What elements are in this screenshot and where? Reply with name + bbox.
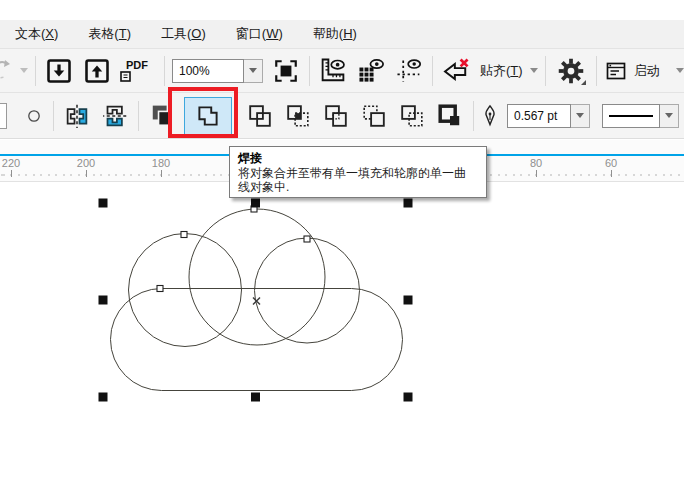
show-grid-button[interactable] [355,53,387,89]
solid-line-swatch [609,115,653,117]
redo-dropdown-caret[interactable] [20,68,28,73]
outline-pen-icon[interactable] [481,104,499,128]
trim-button[interactable] [244,98,276,134]
intersect-button[interactable] [282,98,314,134]
menu-label: 帮助( [313,26,343,41]
menu-label: 窗口( [236,26,266,41]
flyout-corner-icon [581,80,586,85]
selection-handle-bottom-center[interactable] [251,393,260,402]
rulers-icon [318,56,348,86]
outline-width-dropdown[interactable] [571,104,590,128]
import-button[interactable] [43,53,75,89]
ruler-label-220: 220 [2,157,20,169]
ruler-label-180: 180 [152,157,170,169]
menu-bar: 文本(X) 表格(T) 工具(O) 窗口(W) 帮助(H) [0,20,684,48]
menu-text[interactable]: 文本(X) [0,20,73,48]
toolbar-separator [432,56,433,86]
curve-node[interactable] [181,232,187,238]
simplify-button[interactable] [320,98,352,134]
back-minus-front-button[interactable] [396,98,428,134]
selection-handle-mid-left[interactable] [99,296,108,305]
outline-width-combo: 0.567 pt [507,104,590,128]
combine-icon [147,101,177,131]
simplify-icon [321,101,351,131]
chevron-down-icon [665,113,673,118]
menu-label: 工具( [161,26,191,41]
zoom-level-combo: 100% [172,59,263,83]
intersect-icon [283,101,313,131]
publish-pdf-button[interactable]: PDF [117,53,157,89]
chevron-down-icon [676,68,684,73]
zoom-level-value: 100% [179,64,210,78]
snap-label: 贴齐(T) [480,62,523,80]
weld-button[interactable] [184,97,232,135]
menu-label: 表格( [88,26,118,41]
menu-mnemonic: H [343,26,352,41]
menu-table[interactable]: 表格(T) [73,20,146,48]
create-boundary-button[interactable] [434,98,466,134]
fill-swatch[interactable] [0,103,7,129]
mirror-vertical-button[interactable] [99,98,131,134]
export-button[interactable] [81,53,113,89]
ruler-major-tick [11,170,12,177]
toolbar-separator [473,101,474,131]
combine-button[interactable] [146,98,178,134]
selection-handle-top-left[interactable] [99,199,108,208]
import-icon [45,57,73,85]
zoom-level-dropdown[interactable] [244,59,263,83]
menu-label: 文本( [15,26,45,41]
menu-label: ) [353,26,357,41]
mirror-horizontal-icon [62,101,92,131]
ellipse-indicator-icon[interactable] [27,109,41,123]
menu-label: ) [201,26,205,41]
line-style-combo [602,104,679,128]
cloud-right-circle[interactable] [255,238,360,343]
line-style-dropdown[interactable] [660,104,679,128]
menu-tools[interactable]: 工具(O) [146,20,221,48]
chevron-down-icon [576,113,584,118]
launcher-button[interactable]: 启动 [604,59,684,83]
options-button[interactable] [553,53,589,89]
toolbar-separator [138,101,139,131]
ruler-label-200: 200 [77,157,95,169]
menu-help[interactable]: 帮助(H) [298,20,372,48]
menu-mnemonic: W [266,26,278,41]
curve-node[interactable] [157,286,163,292]
snap-to-button[interactable]: 贴齐(T) [480,62,538,80]
line-style-preview[interactable] [602,104,660,128]
mirror-horizontal-button[interactable] [61,98,93,134]
selection-handle-top-center[interactable] [251,199,260,208]
front-minus-back-button[interactable] [358,98,390,134]
treat-as-filled-button[interactable] [440,53,472,89]
cloud-left-circle[interactable] [129,234,242,347]
outline-width-input[interactable]: 0.567 pt [507,104,571,128]
full-screen-preview-icon [273,58,299,84]
zoom-level-input[interactable]: 100% [172,59,244,83]
menu-window[interactable]: 窗口(W) [221,20,298,48]
ruler-major-tick [161,170,162,177]
trim-icon [245,101,275,131]
curve-node[interactable] [304,236,310,242]
ruler-major-tick [611,170,612,177]
selection-handle-bottom-left[interactable] [99,393,108,402]
menu-mnemonic: X [45,26,54,41]
show-guidelines-button[interactable] [393,53,425,89]
redo-arrow-icon [0,59,18,83]
grid-icon [356,56,386,86]
redo-button[interactable] [0,53,28,89]
menu-label: ) [54,26,58,41]
cloud-middle-circle[interactable] [189,209,325,345]
selection-handle-mid-right[interactable] [404,296,413,305]
tooltip-body: 将对象合并至带有单一填充和轮廓的单一曲 线对象中. [238,166,478,194]
weld-tooltip: 焊接 将对象合并至带有单一填充和轮廓的单一曲 线对象中. [229,146,487,198]
selection-handle-bottom-right[interactable] [404,393,413,402]
menu-label: ) [127,26,131,41]
toolbar-separator [164,56,165,86]
toolbar-separator [53,101,54,131]
mirror-vertical-icon [100,101,130,131]
tooltip-body-line1: 将对象合并至带有单一填充和轮廓的单一曲 [238,166,466,180]
selection-handle-top-right[interactable] [404,199,413,208]
guidelines-icon [394,56,424,86]
full-screen-preview-button[interactable] [270,53,302,89]
show-rulers-button[interactable] [317,53,349,89]
